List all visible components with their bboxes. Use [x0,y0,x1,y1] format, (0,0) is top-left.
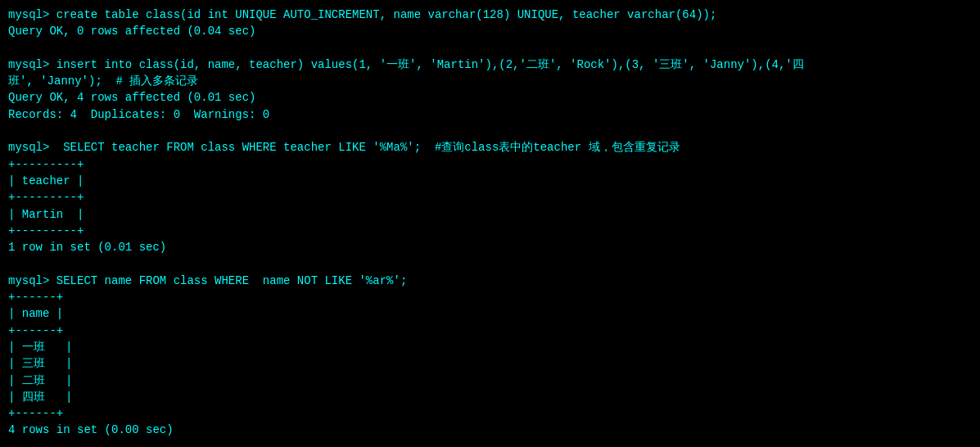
terminal-line-4: mysql> insert into class(id, name, teach… [8,56,972,73]
terminal-line-13: | Martin | [8,206,972,223]
terminal-line-16 [8,255,972,272]
terminal-line-20: +------+ [8,323,972,339]
terminal-line-14: +---------+ [8,223,972,239]
terminal-line-25: +------+ [8,405,972,422]
terminal-line-2: Query OK, 0 rows affected (0.04 sec) [8,23,972,39]
terminal-line-17: mysql> SELECT name FROM class WHERE name… [8,273,972,289]
terminal-line-21: | 一班 | [8,339,972,355]
terminal-line-9: mysql> SELECT teacher FROM class WHERE t… [8,139,972,156]
terminal-line-1: mysql> create table class(id int UNIQUE … [8,7,972,23]
terminal-line-19: | name | [8,305,972,322]
terminal-line-10: +---------+ [8,156,972,173]
terminal-line-23: | 二班 | [8,372,972,389]
terminal-line-8 [8,123,972,139]
terminal-line-22: | 三班 | [8,355,972,372]
terminal-line-12: +---------+ [8,189,972,205]
terminal-line-26: 4 rows in set (0.00 sec) [8,422,972,438]
terminal-line-6: Query OK, 4 rows affected (0.01 sec) [8,89,972,106]
terminal-line-5: 班', 'Janny'); # 插入多条记录 [8,73,972,89]
terminal-line-15: 1 row in set (0.01 sec) [8,239,972,255]
terminal: mysql> create table class(id int UNIQUE … [8,7,972,440]
terminal-line-18: +------+ [8,289,972,305]
terminal-line-24: | 四班 | [8,389,972,405]
terminal-line-11: | teacher | [8,173,972,189]
terminal-line-3 [8,40,972,56]
terminal-line-7: Records: 4 Duplicates: 0 Warnings: 0 [8,106,972,123]
